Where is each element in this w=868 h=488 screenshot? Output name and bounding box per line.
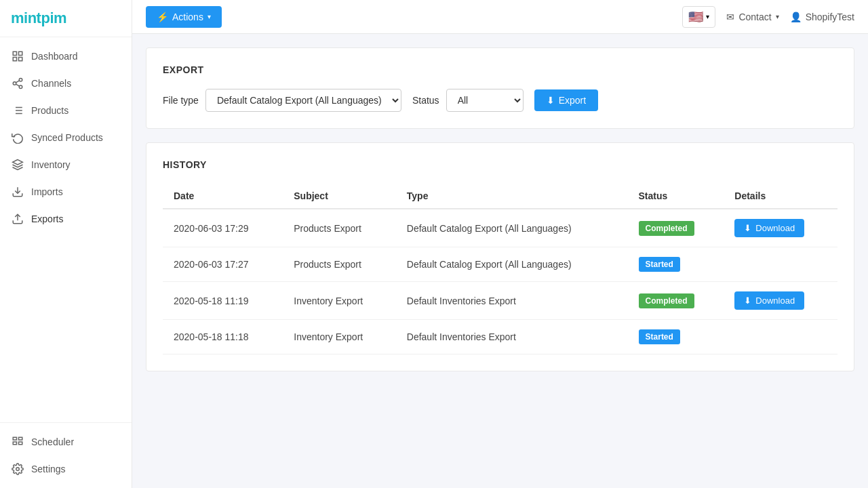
status-group: Status All Completed Started Failed [412,89,524,112]
table-row: 2020-05-18 11:18Inventory ExportDefault … [163,320,837,354]
mail-icon: ✉ [726,12,734,22]
sidebar-item-settings[interactable]: Settings [0,455,132,483]
logo: mintpim [0,0,132,37]
flag-icon: 🇺🇸 [688,9,703,24]
cell-date-3: 2020-05-18 11:18 [163,320,283,354]
table-row: 2020-06-03 17:29Products ExportDefault C… [163,209,837,247]
svg-rect-0 [13,52,16,55]
page-content: EXPORT File type Default Catalog Export … [132,34,868,488]
svg-marker-15 [13,160,23,165]
table-row: 2020-06-03 17:27Products ExportDefault C… [163,247,837,282]
sidebar-nav: Dashboard Channels Products Synced Produ… [0,37,132,422]
chevron-down-icon: ▾ [208,13,211,20]
share-icon [11,77,24,90]
cell-subject-1: Products Export [283,247,396,282]
cell-type-3: Default Inventories Export [396,320,628,354]
sidebar-item-imports-label: Imports [31,186,63,197]
export-form: File type Default Catalog Export (All La… [163,89,837,112]
cell-details-0: ⬇ Download [724,209,837,247]
cell-date-1: 2020-06-03 17:27 [163,247,283,282]
status-badge: Completed [639,293,694,308]
history-title: HISTORY [163,159,837,170]
language-selector[interactable]: 🇺🇸 ▾ [682,6,715,28]
sidebar-item-exports-label: Exports [31,214,63,224]
sidebar-item-exports[interactable]: Exports [0,205,132,232]
main-content: ⚡ Actions ▾ 🇺🇸 ▾ ✉ Contact ▾ 👤 ShopifyTe… [132,0,868,488]
upload-icon [11,212,24,226]
user-icon: 👤 [790,12,802,22]
cell-type-1: Default Catalog Export (All Languages) [396,247,628,282]
actions-button[interactable]: ⚡ Actions ▾ [146,6,222,28]
sidebar-item-scheduler[interactable]: Scheduler [0,428,132,455]
sidebar-item-channels[interactable]: Channels [0,70,132,97]
cell-status-3: Started [628,320,724,354]
sidebar-item-dashboard[interactable]: Dashboard [0,43,132,70]
download-icon [11,185,24,199]
sidebar-item-products[interactable]: Products [0,97,132,124]
download-icon: ⬇ [744,296,751,306]
status-badge: Started [639,329,680,344]
flag-chevron-icon: ▾ [706,13,709,20]
svg-rect-1 [19,52,22,55]
svg-point-5 [13,82,16,85]
svg-rect-20 [13,442,16,445]
col-details: Details [724,184,837,209]
cell-details-1 [724,247,837,282]
cell-status-1: Started [628,247,724,282]
svg-rect-3 [19,58,22,61]
scheduler-icon [11,435,24,449]
file-type-select[interactable]: Default Catalog Export (All Languages) D… [205,89,401,112]
status-badge: Started [639,257,680,272]
export-button-label: Export [559,95,586,106]
svg-rect-2 [13,58,16,61]
sidebar-item-scheduler-label: Scheduler [31,436,74,447]
contact-button[interactable]: ✉ Contact ▾ [726,12,778,22]
download-icon: ⬇ [744,223,751,233]
list-icon [11,104,24,117]
history-table-body: 2020-06-03 17:29Products ExportDefault C… [163,209,837,354]
cell-details-2: ⬇ Download [724,282,837,320]
actions-label: Actions [172,12,203,22]
cell-subject-3: Inventory Export [283,320,396,354]
refresh-icon [11,131,24,144]
sidebar-item-synced-products-label: Synced Products [31,132,103,143]
settings-icon [11,462,24,476]
cell-subject-0: Products Export [283,209,396,247]
status-badge: Completed [639,221,694,236]
contact-label: Contact [738,12,771,22]
file-type-label: File type [163,95,199,106]
table-row: 2020-05-18 11:19Inventory ExportDefault … [163,282,837,320]
download-button[interactable]: ⬇ Download [734,291,804,310]
cell-type-2: Default Inventories Export [396,282,628,320]
user-label: ShopifyTest [806,12,854,22]
grid-icon [11,49,24,63]
cell-details-3 [724,320,837,354]
sidebar-item-inventory[interactable]: Inventory [0,151,132,178]
svg-rect-21 [19,442,22,445]
svg-rect-19 [19,437,22,440]
topbar-right: 🇺🇸 ▾ ✉ Contact ▾ 👤 ShopifyTest [682,6,854,28]
sidebar: mintpim Dashboard Channels Products Sync… [0,0,132,488]
export-button[interactable]: ⬇ Export [534,89,598,111]
col-subject: Subject [283,184,396,209]
download-button[interactable]: ⬇ Download [734,219,804,237]
layers-icon [11,158,24,171]
sidebar-item-settings-label: Settings [31,464,66,474]
status-select[interactable]: All Completed Started Failed [446,89,524,112]
history-card: HISTORY Date Subject Type Status Details… [146,142,854,371]
sidebar-item-imports[interactable]: Imports [0,178,132,205]
col-type: Type [396,184,628,209]
status-label: Status [412,95,439,106]
cell-type-0: Default Catalog Export (All Languages) [396,209,628,247]
export-card: EXPORT File type Default Catalog Export … [146,47,854,129]
topbar-left: ⚡ Actions ▾ [146,6,222,28]
history-table: Date Subject Type Status Details 2020-06… [163,184,837,354]
cell-status-2: Completed [628,282,724,320]
sidebar-item-inventory-label: Inventory [31,159,71,170]
user-menu-button[interactable]: 👤 ShopifyTest [790,12,854,22]
svg-line-8 [16,81,19,83]
svg-rect-18 [13,437,16,440]
sidebar-item-synced-products[interactable]: Synced Products [0,124,132,151]
file-type-group: File type Default Catalog Export (All La… [163,89,401,112]
svg-point-6 [19,85,22,89]
